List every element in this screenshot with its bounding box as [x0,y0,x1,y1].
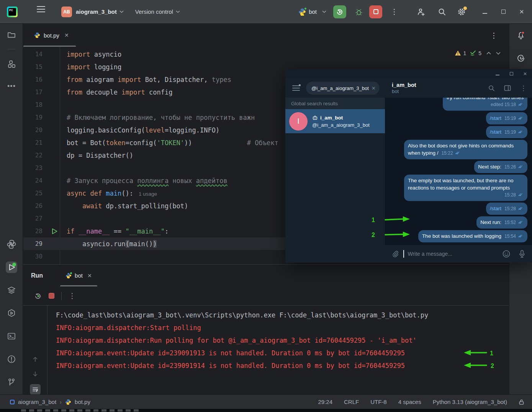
tg-avatar: I [289,112,308,131]
message-placeholder[interactable]: Write a message... [408,251,499,257]
console-line[interactable]: F:\code_last\bots\aiogram_3_bot\.venv\Sc… [56,309,509,322]
message-bubble[interactable]: The empty bot was launched, but there ar… [404,175,527,201]
structure-tool-button[interactable] [6,58,17,70]
code-with-me-button[interactable] [416,7,426,16]
settings-button[interactable] [457,7,466,16]
console-line[interactable]: INFO:aiogram.dispatcher:Run polling for … [56,334,509,347]
run-configuration-selector[interactable]: bot [298,8,326,16]
tg-minimize-button[interactable] [491,71,504,77]
attach-paperclip-icon[interactable] [391,250,399,258]
minimize-button[interactable] [481,8,488,15]
message-bubble[interactable]: /start15:19✓✓ [486,112,527,124]
message-timestamp: 15:54✓✓ [504,234,524,239]
tg-close-button[interactable]: ✕ [518,71,532,77]
run-tab-bot[interactable]: bot ✕ [60,265,97,286]
tab-bot-py[interactable]: bot.py ✕ [23,24,76,47]
read-checks-icon: ✓✓ [518,164,524,170]
stop-console-button[interactable] [49,293,54,299]
message-bubble[interactable]: /start15:19✓✓ [486,126,527,138]
tg-chat-list-item[interactable]: I i_am_bot @i_am_a_aiogram_3_bot [285,109,385,133]
indent-setting[interactable]: 4 spaces [398,399,421,405]
ai-assistant-button[interactable] [515,52,527,64]
tg-sidebar-toggle-icon[interactable] [504,85,511,91]
emoji-icon[interactable] [502,250,511,258]
telegram-window: ✕ @i_am_a_aiogram_3_bot ✕ Global search … [285,69,532,263]
up-stacktrace-button[interactable] [30,354,41,365]
more-actions-menu[interactable]: ⋮ [391,7,398,16]
run-line-icon[interactable] [43,228,67,234]
message-bubble[interactable]: The bot was launched with logging15:54✓✓ [418,230,527,242]
code-token: aiogram [86,76,118,83]
project-avatar: AB [61,7,72,17]
tg-message-input-bar[interactable]: Write a message... [385,245,532,263]
project-selector[interactable]: aiogram_3_bot [76,8,117,15]
code-token: # Запуск процесса [67,177,137,185]
readonly-lock-icon[interactable] [519,399,524,405]
message-bubble[interactable]: Also the bot does not give hints on comm… [404,140,527,159]
tg-search-chat-icon[interactable] [488,85,495,92]
code-text: from decouple import config [67,88,172,96]
problems-tool-button[interactable] [6,353,17,365]
breadcrumb-file[interactable]: bot.py [75,399,90,405]
tg-search-clear-icon[interactable]: ✕ [372,85,376,91]
line-number: 28 [23,227,43,235]
tg-more-menu-icon[interactable]: ⋮ [520,84,527,92]
prev-problem-button[interactable] [486,52,491,55]
code-line[interactable]: 14import asyncio [23,48,509,60]
main-menu-button[interactable] [37,9,45,15]
tg-maximize-button[interactable] [504,71,518,77]
notifications-button[interactable] [515,29,527,41]
close-run-tab-icon[interactable]: ✕ [87,273,92,279]
code-token: logging.basicConfig( [67,126,145,134]
tg-conversation-header[interactable]: i_am_bot bot ⋮ [385,78,532,98]
read-checks-icon: ✓✓ [518,192,524,198]
read-checks-icon: ✓✓ [518,206,524,211]
code-token: types [212,76,231,83]
tg-message-list[interactable]: try run command '/start' two timesedited… [385,98,532,245]
rerun-button[interactable] [333,5,346,18]
bot-badge-icon [312,115,318,120]
endpoints-tool-button[interactable] [6,307,17,319]
console-output[interactable]: F:\code_last\bots\aiogram_3_bot\.venv\Sc… [47,306,509,394]
search-everywhere-button[interactable] [438,8,446,16]
maximize-button[interactable] [500,8,507,15]
voice-message-mic-icon[interactable] [518,250,526,258]
editor-options-menu[interactable]: ⋮ [490,31,498,40]
version-control-menu[interactable]: Version control [135,8,173,15]
console-line[interactable]: INFO:aiogram.dispatcher:Start polling [56,322,509,334]
debug-button[interactable] [355,8,363,16]
console-line[interactable]: INFO:aiogram.event:Update id=239091914 i… [56,360,509,372]
message-text: /start [490,115,501,121]
close-button[interactable]: ✕ [518,8,525,15]
message-timestamp: 15:28✓✓ [408,191,524,199]
close-tab-icon[interactable]: ✕ [64,32,69,38]
message-bubble[interactable]: Next run:15:52✓✓ [476,216,527,229]
code-text: import asyncio [67,51,121,58]
file-encoding[interactable]: UTF-8 [370,399,387,405]
rerun-console-button[interactable] [34,292,42,300]
interpreter-selector[interactable]: Python 3.13 (aiogram_3_bot) [433,399,507,405]
next-problem-button[interactable] [496,52,501,55]
breadcrumb-project[interactable]: aiogram_3_bot [18,399,56,405]
console-line[interactable]: INFO:aiogram.event:Update id=239091913 i… [56,347,509,360]
down-stacktrace-button[interactable] [30,369,41,379]
line-ending[interactable]: CRLF [344,399,359,405]
tg-search-input[interactable]: @i_am_a_aiogram_3_bot ✕ [306,82,380,95]
caret-position[interactable]: 29:24 [318,399,332,405]
inspections-widget[interactable]: 1 5 [455,50,501,56]
python-packages-tool-button[interactable] [6,239,17,250]
message-bubble[interactable]: /start15:28✓✓ [486,203,527,215]
message-bubble[interactable]: Next step:15:26✓✓ [474,161,527,173]
git-tool-button[interactable] [6,376,17,388]
tg-menu-button[interactable] [292,85,300,91]
message-bubble[interactable]: try run command '/start' two timesedited… [443,98,527,111]
more-tool-windows-button[interactable]: ••• [6,80,17,92]
soft-wrap-button[interactable] [30,384,41,395]
breadcrumb[interactable]: aiogram_3_bot › bot.py [10,399,90,405]
terminal-tool-button[interactable] [6,330,17,342]
project-tool-button[interactable] [6,29,17,41]
stop-button[interactable] [369,5,382,18]
console-options-menu[interactable]: ⋮ [69,291,76,300]
run-tool-button[interactable] [6,262,17,273]
services-tool-button[interactable] [6,284,17,296]
